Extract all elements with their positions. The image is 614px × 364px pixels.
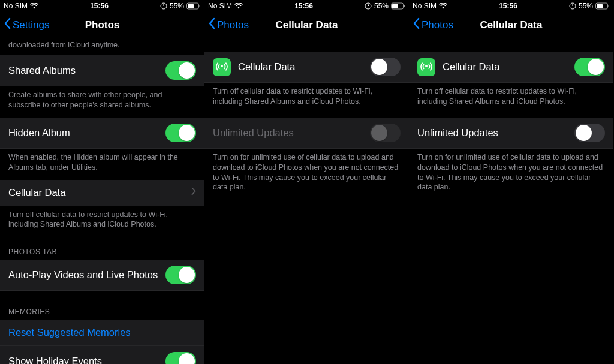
svg-rect-11 — [609, 5, 610, 7]
unlimited-updates-label: Unlimited Updates — [417, 127, 574, 139]
battery-icon — [186, 2, 201, 10]
status-bar: No SIM 15:56 55% — [409, 0, 613, 12]
row-reset-memories[interactable]: Reset Suggested Memories — [0, 320, 204, 346]
content-scroll[interactable]: Cellular Data Turn off cellular data to … — [409, 38, 613, 364]
row-hidden-album: Hidden Album — [0, 118, 204, 149]
row-show-holiday: Show Holiday Events — [0, 346, 204, 364]
chevron-left-icon — [4, 17, 11, 32]
antenna-icon — [213, 58, 231, 76]
cellular-data-label: Cellular Data — [443, 61, 567, 73]
row-autoplay: Auto-Play Videos and Live Photos — [0, 260, 204, 291]
battery-pct-label: 55% — [374, 2, 389, 10]
clock-label: 15:56 — [90, 2, 109, 10]
unlimited-updates-toggle — [370, 124, 401, 142]
shared-albums-toggle[interactable] — [165, 61, 196, 80]
status-bar: No SIM 15:56 55% — [204, 0, 409, 12]
battery-icon — [391, 2, 405, 10]
antenna-icon — [417, 58, 435, 76]
svg-rect-7 — [404, 5, 405, 7]
cellular-data-toggle[interactable] — [370, 58, 401, 76]
chevron-left-icon — [413, 17, 420, 32]
hidden-album-footer: When enabled, the Hidden album will appe… — [0, 149, 204, 180]
back-label: Settings — [13, 19, 49, 31]
autoplay-toggle[interactable] — [165, 266, 196, 284]
row-cellular-data: Cellular Data — [204, 52, 409, 83]
cellular-data-label: Cellular Data — [238, 61, 363, 73]
truncated-text: downloaded from iCloud anytime. — [0, 41, 204, 55]
show-holiday-label: Show Holiday Events — [8, 356, 165, 364]
screen-cellular-off: No SIM 15:56 55% Photos Cellular Data — [204, 0, 409, 364]
nav-bar: Photos Cellular Data — [409, 12, 613, 38]
row-cellular-data[interactable]: Cellular Data — [0, 180, 204, 206]
svg-rect-10 — [597, 4, 603, 8]
battery-pct-label: 55% — [579, 2, 593, 10]
svg-rect-3 — [200, 5, 201, 7]
section-header-photos-tab: PHOTOS TAB — [0, 237, 204, 260]
content-scroll[interactable]: downloaded from iCloud anytime. Shared A… — [0, 38, 204, 364]
shared-albums-label: Shared Albums — [8, 65, 165, 76]
row-shared-albums: Shared Albums — [0, 55, 204, 86]
nav-bar: Photos Cellular Data — [204, 12, 409, 38]
back-button[interactable]: Photos — [409, 17, 453, 32]
chevron-left-icon — [208, 17, 215, 32]
clock-label: 15:56 — [499, 2, 517, 10]
hidden-album-label: Hidden Album — [8, 127, 165, 139]
unlimited-updates-footer: Turn on for unlimited use of cellular da… — [409, 149, 613, 200]
unlimited-updates-toggle[interactable] — [574, 124, 605, 142]
row-unlimited-updates: Unlimited Updates — [204, 118, 409, 149]
row-unlimited-updates: Unlimited Updates — [409, 118, 613, 149]
unlimited-updates-label: Unlimited Updates — [213, 127, 370, 139]
cellular-data-toggle[interactable] — [574, 58, 605, 76]
back-label: Photos — [217, 19, 249, 31]
orientation-lock-icon — [160, 2, 167, 10]
chevron-right-icon — [191, 187, 196, 198]
carrier-label: No SIM — [4, 2, 28, 10]
back-label: Photos — [422, 19, 453, 31]
reset-memories-label: Reset Suggested Memories — [8, 327, 196, 338]
cellular-data-label: Cellular Data — [8, 187, 191, 198]
back-button[interactable]: Photos — [204, 17, 249, 32]
wifi-icon — [30, 3, 38, 9]
svg-rect-6 — [392, 4, 398, 8]
orientation-lock-icon — [365, 2, 372, 10]
carrier-label: No SIM — [413, 2, 437, 10]
status-bar: No SIM 15:56 55% — [0, 0, 204, 12]
screen-cellular-on: No SIM 15:56 55% Photos Cellular Data — [409, 0, 613, 364]
hidden-album-toggle[interactable] — [165, 124, 196, 142]
back-button[interactable]: Settings — [0, 17, 49, 32]
cellular-data-footer: Turn off cellular data to restrict updat… — [0, 206, 204, 237]
orientation-lock-icon — [569, 2, 576, 10]
clock-label: 15:56 — [294, 2, 313, 10]
autoplay-label: Auto-Play Videos and Live Photos — [8, 269, 165, 281]
content-scroll[interactable]: Cellular Data Turn off cellular data to … — [204, 38, 409, 364]
row-cellular-data: Cellular Data — [409, 52, 613, 83]
show-holiday-toggle[interactable] — [165, 352, 196, 364]
shared-albums-footer: Create albums to share with other people… — [0, 86, 204, 118]
screen-photos-settings: No SIM 15:56 55% Settings Photos downloa — [0, 0, 204, 364]
battery-icon — [595, 2, 610, 10]
battery-pct-label: 55% — [170, 2, 184, 10]
unlimited-updates-footer: Turn on for unlimited use of cellular da… — [204, 149, 409, 200]
nav-bar: Settings Photos — [0, 12, 204, 38]
carrier-label: No SIM — [208, 2, 232, 10]
section-header-memories: MEMORIES — [0, 291, 204, 320]
cellular-data-footer: Turn off cellular data to restrict updat… — [409, 83, 613, 114]
wifi-icon — [234, 3, 243, 9]
wifi-icon — [439, 3, 447, 9]
svg-rect-2 — [188, 4, 194, 8]
cellular-data-footer: Turn off cellular data to restrict updat… — [204, 83, 409, 114]
